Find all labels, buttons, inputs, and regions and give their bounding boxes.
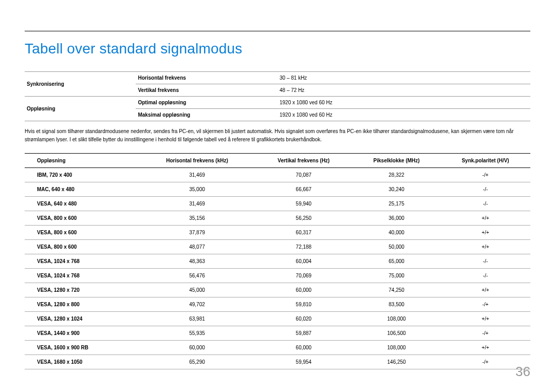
cell: 70,087: [255, 168, 353, 182]
cell: 40,000: [353, 226, 440, 240]
cell: 63,981: [139, 312, 254, 326]
cell: +/+: [440, 240, 530, 254]
cell: VESA, 1280 x 800: [25, 297, 139, 312]
note-text: Hvis et signal som tilhører standardmodu…: [25, 127, 530, 144]
table-row: VESA, 800 x 60035,15656,25036,000+/+: [25, 211, 530, 226]
table-row: VESA, 1024 x 76848,36360,00465,000-/-: [25, 254, 530, 269]
cell: VESA, 1680 x 1050: [25, 355, 139, 369]
spec-table: Synkronisering Horisontal frekvens 30 – …: [25, 71, 530, 121]
cell: 60,000: [255, 341, 353, 355]
cell: 56,250: [255, 211, 353, 226]
spec-value: 30 – 81 kHz: [278, 72, 530, 84]
cell: 59,887: [255, 326, 353, 341]
cell: -/+: [440, 297, 530, 312]
cell: 31,469: [139, 168, 254, 182]
page-title: Tabell over standard signalmodus: [25, 41, 530, 57]
cell: VESA, 1024 x 768: [25, 269, 139, 283]
col-header: Pikselklokke (MHz): [353, 154, 440, 168]
cell: 60,000: [255, 283, 353, 297]
cell: 108,000: [353, 312, 440, 326]
cell: IBM, 720 x 400: [25, 168, 139, 182]
cell: 36,000: [353, 211, 440, 226]
cell: 146,250: [353, 355, 440, 369]
col-header: Oppløsning: [25, 154, 139, 168]
spec-sublabel: Horisontal frekvens: [136, 72, 278, 84]
cell: -/+: [440, 326, 530, 341]
cell: -/-: [440, 197, 530, 211]
cell: 60,317: [255, 226, 353, 240]
cell: 56,476: [139, 269, 254, 283]
table-row: IBM, 720 x 40031,46970,08728,322-/+: [25, 168, 530, 182]
cell: 72,188: [255, 240, 353, 254]
table-row: Oppløsning Optimal oppløsning 1920 x 108…: [25, 97, 530, 109]
table-row: VESA, 1440 x 90055,93559,887106,500-/+: [25, 326, 530, 341]
table-row: Synkronisering Horisontal frekvens 30 – …: [25, 72, 530, 84]
cell: 35,000: [139, 182, 254, 197]
col-header: Synk.polaritet (H/V): [440, 154, 530, 168]
cell: 48,077: [139, 240, 254, 254]
cell: 60,004: [255, 254, 353, 269]
spec-label: Oppløsning: [25, 97, 136, 121]
cell: 66,667: [255, 182, 353, 197]
cell: 37,879: [139, 226, 254, 240]
table-row: VESA, 1600 x 900 RB60,00060,000108,000+/…: [25, 341, 530, 355]
cell: 49,702: [139, 297, 254, 312]
cell: 28,322: [353, 168, 440, 182]
cell: VESA, 1280 x 1024: [25, 312, 139, 326]
cell: -/+: [440, 168, 530, 182]
cell: 70,069: [255, 269, 353, 283]
cell: +/+: [440, 226, 530, 240]
cell: 74,250: [353, 283, 440, 297]
signal-table: Oppløsning Horisontal frekvens (kHz) Ver…: [25, 153, 530, 369]
cell: 31,469: [139, 197, 254, 211]
table-row: VESA, 1024 x 76856,47670,06975,000-/-: [25, 269, 530, 283]
cell: 59,940: [255, 197, 353, 211]
col-header: Horisontal frekvens (kHz): [139, 154, 254, 168]
cell: +/+: [440, 283, 530, 297]
table-row: VESA, 800 x 60037,87960,31740,000+/+: [25, 226, 530, 240]
cell: -/-: [440, 182, 530, 197]
cell: 59,954: [255, 355, 353, 369]
cell: 83,500: [353, 297, 440, 312]
spec-value: 1920 x 1080 ved 60 Hz: [278, 109, 530, 121]
spec-sublabel: Maksimal oppløsning: [136, 109, 278, 121]
cell: -/-: [440, 254, 530, 269]
cell: 60,020: [255, 312, 353, 326]
cell: 48,363: [139, 254, 254, 269]
cell: 65,000: [353, 254, 440, 269]
spec-value: 1920 x 1080 ved 60 Hz: [278, 97, 530, 109]
spec-sublabel: Vertikal frekvens: [136, 84, 278, 97]
cell: 45,000: [139, 283, 254, 297]
table-row: VESA, 800 x 60048,07772,18850,000+/+: [25, 240, 530, 254]
spec-label: Synkronisering: [25, 72, 136, 97]
table-row: VESA, 1280 x 80049,70259,81083,500-/+: [25, 297, 530, 312]
spec-value: 48 – 72 Hz: [278, 84, 530, 97]
cell: 65,290: [139, 355, 254, 369]
col-header: Vertikal frekvens (Hz): [255, 154, 353, 168]
cell: 75,000: [353, 269, 440, 283]
cell: -/-: [440, 269, 530, 283]
cell: MAC, 640 x 480: [25, 182, 139, 197]
spec-sublabel: Optimal oppløsning: [136, 97, 278, 109]
cell: +/+: [440, 341, 530, 355]
cell: 35,156: [139, 211, 254, 226]
cell: VESA, 1600 x 900 RB: [25, 341, 139, 355]
page-number: 36: [515, 364, 530, 380]
cell: VESA, 1440 x 900: [25, 326, 139, 341]
cell: VESA, 800 x 600: [25, 226, 139, 240]
cell: 55,935: [139, 326, 254, 341]
cell: 108,000: [353, 341, 440, 355]
table-row: MAC, 640 x 48035,00066,66730,240-/-: [25, 182, 530, 197]
cell: VESA, 640 x 480: [25, 197, 139, 211]
cell: VESA, 800 x 600: [25, 211, 139, 226]
cell: 30,240: [353, 182, 440, 197]
divider: [25, 31, 530, 31]
cell: VESA, 1280 x 720: [25, 283, 139, 297]
cell: +/+: [440, 211, 530, 226]
table-row: VESA, 1680 x 105065,29059,954146,250-/+: [25, 355, 530, 369]
table-row: VESA, 1280 x 72045,00060,00074,250+/+: [25, 283, 530, 297]
cell: 25,175: [353, 197, 440, 211]
cell: 59,810: [255, 297, 353, 312]
cell: 50,000: [353, 240, 440, 254]
cell: 60,000: [139, 341, 254, 355]
